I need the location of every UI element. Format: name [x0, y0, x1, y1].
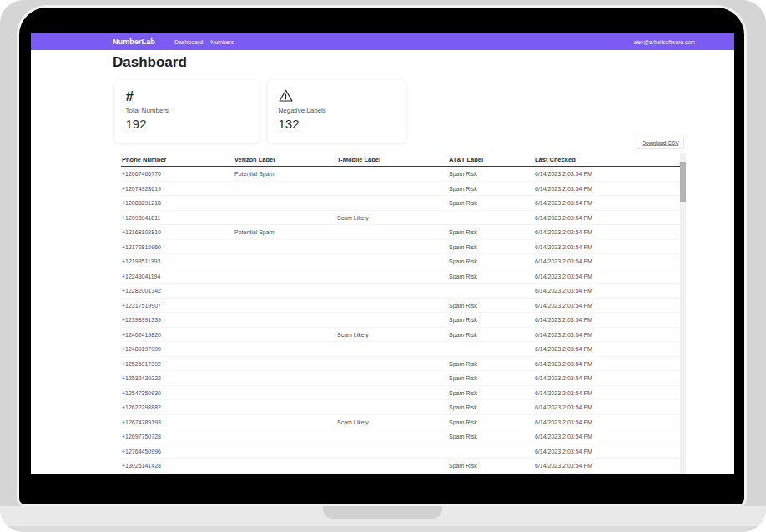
verizon-label-cell: Potential Spam: [234, 229, 336, 236]
att-label-cell: Spam Risk: [448, 258, 534, 265]
att-label-cell: Spam Risk: [448, 375, 534, 382]
table-header-row: Phone Number Verizon Label T-Mobile Labe…: [121, 153, 680, 167]
nav-link-numbers[interactable]: Numbers: [210, 38, 234, 45]
table-scrollbar-thumb[interactable]: [680, 162, 686, 202]
warning-triangle-icon: [279, 88, 396, 105]
last-checked-cell: 6/14/2023 2:03:54 PM: [534, 243, 680, 250]
phone-number-cell: +12074928619: [121, 185, 234, 192]
phone-number-cell: +12697750728: [121, 434, 234, 440]
last-checked-cell: 6/14/2023 2:03:54 PM: [534, 302, 680, 309]
last-checked-cell: 6/14/2023 2:03:54 PM: [534, 346, 680, 353]
top-navbar: NumberLab Dashboard Numbers alex@arbeits…: [31, 33, 734, 50]
phone-number-cell: +12098941811: [121, 214, 234, 221]
last-checked-cell: 6/14/2023 2:03:54 PM: [534, 273, 680, 279]
phone-number-cell: +12764450996: [121, 448, 234, 454]
table-row: +12697750728 Spam Risk 6/14/2023 2:03:54…: [121, 429, 680, 444]
att-label-cell: Spam Risk: [448, 434, 534, 440]
tmobile-label-cell: Scam Likely: [336, 214, 448, 221]
table-row: +12674789193 Scam Likely Spam Risk 6/14/…: [121, 415, 680, 430]
stat-cards: # Total Numbers 192 Negative Labels: [114, 79, 406, 143]
laptop-base-edge: [0, 526, 766, 532]
att-label-cell: Spam Risk: [448, 389, 534, 396]
table-scrollbar-track[interactable]: [680, 153, 686, 474]
phone-number-cell: +12398991339: [121, 317, 234, 324]
last-checked-cell: 6/14/2023 2:03:54 PM: [534, 331, 680, 338]
phone-number-cell: +12489197909: [121, 346, 234, 353]
last-checked-cell: 6/14/2023 2:03:54 PM: [534, 448, 680, 454]
card-negative-labels: Negative Labels 132: [267, 79, 406, 143]
card-total-numbers: # Total Numbers 192: [114, 79, 260, 143]
column-header-verizon-label: Verizon Label: [234, 156, 336, 163]
last-checked-cell: 6/14/2023 2:03:54 PM: [534, 288, 680, 294]
phone-number-cell: +12317519907: [121, 302, 234, 309]
phone-number-cell: +12067466770: [121, 171, 234, 178]
phone-number-cell: +12282001342: [121, 288, 234, 294]
phone-number-cell: +12193511393: [121, 258, 234, 265]
last-checked-cell: 6/14/2023 2:03:54 PM: [534, 200, 680, 207]
total-numbers-value: 192: [126, 118, 249, 132]
last-checked-cell: 6/14/2023 2:03:54 PM: [534, 258, 680, 265]
table-row: +12282001342 6/14/2023 2:03:54 PM: [121, 284, 680, 299]
last-checked-cell: 6/14/2023 2:03:54 PM: [534, 419, 680, 425]
navbar-links: Dashboard Numbers: [174, 38, 234, 45]
brand-numberlab[interactable]: NumberLab: [113, 38, 155, 47]
att-label-cell: Spam Risk: [448, 171, 534, 178]
phone-number-cell: +12088291218: [121, 200, 234, 207]
table-row: +13025141428 Spam Risk 6/14/2023 2:03:54…: [121, 459, 680, 474]
att-label-cell: Spam Risk: [448, 302, 534, 309]
phone-number-cell: +13025141428: [121, 463, 234, 469]
laptop-frame: NumberLab Dashboard Numbers alex@arbeits…: [17, 5, 747, 507]
verizon-label-cell: Potential Spam: [234, 171, 336, 178]
last-checked-cell: 6/14/2023 2:03:54 PM: [534, 463, 680, 469]
phone-number-cell: +12526917392: [121, 360, 234, 367]
table-row: +12168102810 Potential Spam Spam Risk 6/…: [121, 225, 680, 240]
last-checked-cell: 6/14/2023 2:03:54 PM: [534, 214, 680, 221]
phone-number-cell: +12622298882: [121, 404, 234, 411]
att-label-cell: Spam Risk: [448, 404, 534, 411]
att-label-cell: Spam Risk: [448, 419, 534, 425]
user-email: alex@arbeitsoftware.com: [634, 38, 695, 45]
table-row: +12402419820 Scam Likely Spam Risk 6/14/…: [121, 328, 680, 343]
card-label: Negative Labels: [279, 107, 396, 114]
table-row: +12622298882 Spam Risk 6/14/2023 2:03:54…: [121, 400, 680, 415]
column-header-last-checked: Last Checked: [534, 156, 680, 163]
att-label-cell: Spam Risk: [448, 273, 534, 279]
table-body: +12067466770 Potential Spam Spam Risk 6/…: [121, 167, 680, 474]
last-checked-cell: 6/14/2023 2:03:54 PM: [534, 434, 680, 440]
att-label-cell: Spam Risk: [448, 229, 534, 236]
phone-number-cell: +12402419820: [121, 331, 234, 338]
phone-number-cell: +12243041194: [121, 273, 234, 279]
last-checked-cell: 6/14/2023 2:03:54 PM: [534, 185, 680, 192]
table-row: +12764450996 6/14/2023 2:03:54 PM: [121, 444, 680, 459]
last-checked-cell: 6/14/2023 2:03:54 PM: [534, 389, 680, 396]
att-label-cell: Spam Risk: [448, 463, 534, 469]
last-checked-cell: 6/14/2023 2:03:54 PM: [534, 171, 680, 178]
table-row: +12074928619 Spam Risk 6/14/2023 2:03:54…: [121, 182, 680, 197]
tmobile-label-cell: Scam Likely: [336, 331, 448, 338]
table-row: +12317519907 Spam Risk 6/14/2023 2:03:54…: [121, 299, 680, 314]
att-label-cell: Spam Risk: [448, 243, 534, 250]
att-label-cell: Spam Risk: [448, 185, 534, 192]
last-checked-cell: 6/14/2023 2:03:54 PM: [534, 360, 680, 367]
column-header-phone-number: Phone Number: [121, 156, 234, 163]
negative-labels-value: 132: [279, 118, 396, 132]
app-screen: NumberLab Dashboard Numbers alex@arbeits…: [31, 33, 734, 474]
last-checked-cell: 6/14/2023 2:03:54 PM: [534, 229, 680, 236]
phone-number-cell: +12532430222: [121, 375, 234, 382]
tmobile-label-cell: Scam Likely: [336, 419, 448, 425]
att-label-cell: Spam Risk: [448, 331, 534, 338]
page-title: Dashboard: [113, 53, 187, 70]
phone-number-cell: +12674789193: [121, 419, 234, 425]
last-checked-cell: 6/14/2023 2:03:54 PM: [534, 375, 680, 382]
last-checked-cell: 6/14/2023 2:03:54 PM: [534, 404, 680, 411]
nav-link-dashboard[interactable]: Dashboard: [174, 38, 203, 45]
table-row: +12067466770 Potential Spam Spam Risk 6/…: [121, 167, 680, 182]
table-row: +12243041194 Spam Risk 6/14/2023 2:03:54…: [121, 269, 680, 284]
table-row: +12098941811 Scam Likely 6/14/2023 2:03:…: [121, 211, 680, 226]
table-row: +12489197909 6/14/2023 2:03:54 PM: [121, 342, 680, 357]
download-csv-button[interactable]: Download CSV: [637, 138, 684, 149]
phone-number-cell: +12168102810: [121, 229, 234, 236]
table-row: +12398991339 Spam Risk 6/14/2023 2:03:54…: [121, 313, 680, 328]
att-label-cell: Spam Risk: [448, 317, 534, 324]
column-header-att-label: AT&T Label: [448, 156, 534, 163]
